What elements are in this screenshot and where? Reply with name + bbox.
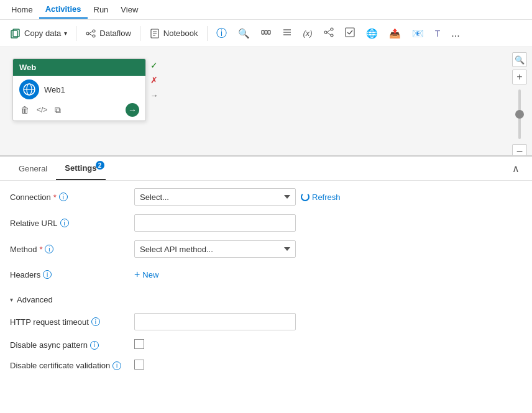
disable-cert-info-icon[interactable]: i: [112, 361, 121, 370]
outlook-icon: 📧: [412, 28, 424, 39]
svg-line-21: [327, 32, 331, 35]
variable-icon: (x): [303, 29, 313, 38]
method-info-icon[interactable]: i: [45, 245, 53, 253]
menu-run[interactable]: Run: [88, 1, 115, 18]
side-arrow-btn[interactable]: →: [147, 88, 161, 102]
node-side-buttons: ✓ ✗ →: [147, 58, 161, 102]
menu-activities[interactable]: Activities: [39, 1, 88, 19]
svg-line-24: [349, 30, 352, 34]
separator-1: [76, 26, 76, 41]
disable-async-control: [134, 339, 522, 351]
collapse-panel-button[interactable]: ∧: [510, 160, 522, 177]
globe-icon: 🌐: [366, 28, 378, 39]
side-fail-btn[interactable]: ✗: [147, 73, 161, 87]
refresh-label: Refresh: [312, 193, 341, 202]
disable-cert-control: [134, 360, 522, 371]
disable-async-info-icon[interactable]: i: [90, 341, 99, 350]
pipeline-icon: [261, 27, 271, 39]
globe-button[interactable]: 🌐: [361, 25, 383, 42]
side-success-btn[interactable]: ✓: [147, 58, 161, 72]
method-label: Method * i: [10, 245, 134, 254]
refresh-icon: [301, 193, 310, 201]
headers-control: + New: [134, 266, 522, 283]
method-row: Method * i Select API method...: [10, 240, 522, 258]
canvas-search-button[interactable]: 🔍: [512, 52, 527, 67]
validate-icon: [345, 27, 355, 39]
zoom-control: 🔍 + −: [512, 52, 527, 156]
add-header-button[interactable]: + New: [134, 266, 158, 283]
method-select[interactable]: Select API method...: [134, 240, 296, 258]
notebook-button[interactable]: Notebook: [144, 25, 203, 42]
list-button[interactable]: [277, 24, 297, 42]
connect-icon: [324, 27, 334, 39]
node-arrow-button[interactable]: →: [126, 103, 139, 117]
connection-row: Connection * i Select... Refresh: [10, 188, 522, 206]
zoom-track: [518, 89, 521, 139]
canvas-area: Web Web1 🗑 </> ⧉ → ✓ ✗ → 🔍 + −: [0, 47, 532, 156]
node-actions: 🗑 </> ⧉ →: [13, 102, 145, 120]
export-button[interactable]: 📤: [384, 25, 406, 42]
http-timeout-control: [134, 313, 522, 330]
tab-general-label: General: [19, 164, 47, 173]
web-activity-node[interactable]: Web Web1 🗑 </> ⧉ →: [12, 58, 146, 121]
connect-button[interactable]: [319, 24, 339, 42]
copy-data-button[interactable]: Copy data ▾: [5, 25, 72, 42]
method-required: *: [39, 245, 42, 254]
http-timeout-info-icon[interactable]: i: [91, 317, 100, 326]
zoom-in-button[interactable]: +: [512, 70, 527, 84]
connection-info-icon[interactable]: i: [59, 193, 68, 201]
tab-settings[interactable]: Settings 2: [56, 157, 105, 180]
pipeline-button[interactable]: [256, 24, 276, 42]
disable-cert-row: Disable certificate validation i: [10, 360, 522, 371]
dataflow-button[interactable]: Dataflow: [80, 25, 136, 42]
disable-cert-label: Disable certificate validation i: [10, 361, 134, 370]
dataflow-label: Dataflow: [99, 29, 131, 38]
menu-view[interactable]: View: [114, 1, 144, 18]
svg-rect-22: [346, 28, 354, 37]
http-timeout-input[interactable]: [134, 313, 296, 330]
zoom-out-button[interactable]: −: [512, 144, 527, 156]
outlook-button[interactable]: 📧: [407, 25, 429, 42]
svg-point-18: [331, 28, 333, 30]
info-button[interactable]: ⓘ: [211, 23, 232, 43]
node-name-label: Web1: [44, 85, 65, 94]
copy-data-caret: ▾: [64, 30, 67, 37]
relative-url-info-icon[interactable]: i: [60, 219, 69, 227]
separator-3: [207, 26, 208, 41]
menu-bar: Home Activities Run View: [0, 0, 532, 20]
panel-tabs: General Settings 2 ∧: [0, 157, 532, 181]
advanced-header[interactable]: ▾ Advanced: [10, 291, 522, 308]
connection-refresh-button[interactable]: Refresh: [301, 193, 341, 202]
tab-general[interactable]: General: [10, 158, 56, 179]
method-control: Select API method...: [134, 240, 522, 258]
zoom-thumb[interactable]: [515, 110, 524, 119]
dataflow-icon: [85, 28, 96, 39]
relative-url-input[interactable]: [134, 214, 296, 232]
svg-point-3: [93, 30, 95, 32]
search-toolbar-button[interactable]: 🔍: [233, 25, 255, 42]
headers-info-icon[interactable]: i: [43, 270, 52, 279]
advanced-section: ▾ Advanced HTTP request timeout i Disabl…: [10, 291, 522, 371]
more-button[interactable]: ...: [446, 25, 464, 42]
node-code-button[interactable]: </>: [35, 104, 48, 116]
connection-select[interactable]: Select...: [134, 188, 296, 206]
svg-point-17: [324, 31, 327, 34]
node-delete-button[interactable]: 🗑: [19, 104, 30, 116]
search-toolbar-icon: 🔍: [238, 28, 250, 39]
variable-button[interactable]: (x): [298, 25, 318, 41]
advanced-chevron-icon: ▾: [10, 296, 13, 303]
validate-button[interactable]: [340, 24, 360, 42]
svg-line-20: [327, 30, 331, 32]
disable-async-checkbox[interactable]: [134, 339, 144, 349]
disable-cert-checkbox[interactable]: [134, 360, 144, 370]
node-body: Web1: [13, 76, 145, 102]
menu-home[interactable]: Home: [5, 1, 39, 18]
svg-point-19: [331, 34, 333, 37]
node-copy-button[interactable]: ⧉: [53, 104, 62, 117]
teams-button[interactable]: T: [430, 25, 446, 42]
connection-required: *: [53, 193, 57, 202]
copy-data-icon: [10, 28, 21, 39]
web-globe-icon: [19, 79, 39, 99]
connection-control: Select... Refresh: [134, 188, 522, 206]
relative-url-label: Relative URL i: [10, 219, 134, 228]
